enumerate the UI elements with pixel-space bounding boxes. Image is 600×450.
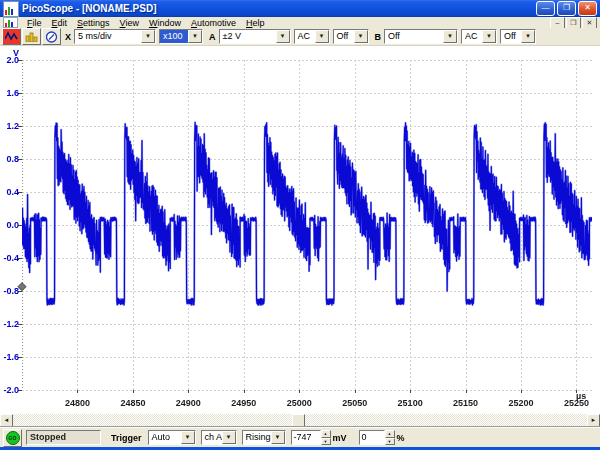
channel-b-range-select[interactable]: Off ▼: [384, 29, 458, 44]
x-tick-label: 24850: [111, 398, 155, 408]
minimize-button[interactable]: —: [536, 1, 555, 16]
trigger-edge-select[interactable]: Rising ▼: [242, 430, 286, 445]
chevron-down-icon[interactable]: ▼: [181, 431, 195, 444]
chevron-down-icon[interactable]: ▼: [222, 431, 236, 444]
status-bar: GO Stopped Trigger Auto ▼ ch A ▼ Rising …: [0, 427, 600, 447]
chevron-down-icon[interactable]: ▼: [271, 431, 285, 444]
scope-view-button[interactable]: [2, 28, 21, 45]
menu-item-file[interactable]: File: [22, 18, 47, 28]
y-tick-label: -0.4: [0, 253, 19, 263]
mdi-minimize-button[interactable]: –: [550, 17, 565, 29]
chevron-down-icon[interactable]: ▼: [443, 30, 457, 43]
chevron-down-icon[interactable]: ▼: [315, 30, 329, 43]
timebase-axis-label: X: [65, 32, 71, 42]
acquisition-state: Stopped: [26, 430, 101, 445]
spectrum-view-button[interactable]: [22, 28, 41, 45]
restore-button[interactable]: ❐: [557, 1, 576, 16]
channel-a-option-select[interactable]: Off ▼: [333, 29, 369, 44]
x-tick-label: 24950: [222, 398, 266, 408]
menu-item-edit[interactable]: Edit: [47, 18, 73, 28]
channel-b-option-select[interactable]: Off ▼: [500, 29, 536, 44]
close-button[interactable]: ✕: [578, 1, 597, 16]
trigger-channel-select[interactable]: ch A ▼: [201, 430, 237, 445]
chevron-down-icon[interactable]: ▼: [141, 30, 155, 43]
channel-b-coupling-select[interactable]: AC ▼: [461, 29, 497, 44]
go-light-icon: GO: [6, 431, 20, 445]
x-tick-label: 25100: [388, 398, 432, 408]
spin-up-icon[interactable]: ▲: [321, 430, 331, 438]
x-tick-label: 25000: [277, 398, 321, 408]
channel-a-range-select[interactable]: ±2 V ▼: [219, 29, 291, 44]
horizontal-scrollbar[interactable]: ◄ ►: [0, 414, 600, 427]
chevron-down-icon[interactable]: ▼: [521, 30, 535, 43]
y-tick-label: -0.8: [0, 286, 19, 296]
title-bar: PicoScope - [NONAME.PSD] — ❐ ✕: [0, 0, 600, 17]
go-button[interactable]: GO: [3, 429, 22, 447]
y-tick-label: -1.2: [0, 319, 19, 329]
waveform-canvas: [0, 46, 600, 414]
y-tick-label: 0.0: [0, 220, 19, 230]
app-logo-icon: [3, 1, 19, 17]
menu-item-view[interactable]: View: [115, 18, 144, 28]
channel-a-coupling-select[interactable]: AC ▼: [294, 29, 330, 44]
menu-item-window[interactable]: Window: [144, 18, 186, 28]
menu-item-help[interactable]: Help: [241, 18, 270, 28]
threshold-unit-label: mV: [333, 433, 347, 443]
meter-view-button[interactable]: [42, 28, 61, 45]
timebase-select[interactable]: 5 ms/div ▼: [74, 29, 156, 44]
scope-display: 2.01.61.20.80.40.0-0.4-0.8-1.2-1.6-2.024…: [0, 46, 600, 414]
channel-b-label: B: [375, 32, 382, 42]
channel-a-label: A: [209, 32, 216, 42]
delay-unit-label: %: [397, 433, 405, 443]
chevron-down-icon[interactable]: ▼: [188, 30, 202, 43]
y-tick-label: -1.6: [0, 352, 19, 362]
trigger-delay-input[interactable]: 0: [359, 430, 385, 445]
spin-down-icon[interactable]: ▼: [385, 438, 395, 446]
document-icon[interactable]: [3, 17, 18, 28]
scroll-right-button[interactable]: ►: [587, 414, 600, 427]
spectrum-bars-icon: [25, 31, 38, 42]
mdi-restore-button[interactable]: ❐: [566, 17, 581, 29]
trigger-threshold-input[interactable]: -747: [291, 430, 321, 445]
x-tick-label: 25200: [499, 398, 543, 408]
x-tick-label: 25150: [444, 398, 488, 408]
chevron-down-icon[interactable]: ▼: [482, 30, 496, 43]
menu-bar: FileEditSettingsViewWindowAutomotiveHelp…: [0, 17, 600, 28]
x-tick-label: 25050: [333, 398, 377, 408]
scroll-left-button[interactable]: ◄: [0, 414, 13, 427]
window-title: PicoScope - [NONAME.PSD]: [22, 3, 156, 14]
zoom-select[interactable]: x100 ▼: [159, 29, 203, 44]
chevron-down-icon[interactable]: ▼: [354, 30, 368, 43]
meter-gauge-icon: [45, 31, 58, 43]
x-tick-label: 24800: [55, 398, 99, 408]
spin-down-icon[interactable]: ▼: [321, 438, 331, 446]
y-tick-label: 1.2: [0, 121, 19, 131]
trigger-label: Trigger: [111, 433, 142, 443]
mdi-close-button[interactable]: ✕: [582, 17, 597, 29]
x-axis-unit-label: µs: [576, 391, 586, 401]
chevron-down-icon[interactable]: ▼: [276, 30, 290, 43]
toolbar: X 5 ms/div ▼ x100 ▼ A ±2 V ▼ AC ▼ Off ▼ …: [0, 28, 600, 46]
y-axis-unit-label: V: [0, 48, 19, 58]
y-tick-label: 0.4: [0, 187, 19, 197]
menu-item-automotive[interactable]: Automotive: [186, 18, 241, 28]
scope-waveform-icon: [5, 31, 18, 42]
y-tick-label: -2.0: [0, 385, 19, 395]
spin-up-icon[interactable]: ▲: [385, 430, 395, 438]
threshold-stepper[interactable]: ▲ ▼: [321, 430, 331, 445]
menu-item-settings[interactable]: Settings: [72, 18, 115, 28]
scrollbar-thumb[interactable]: [292, 414, 305, 427]
delay-stepper[interactable]: ▲ ▼: [385, 430, 395, 445]
y-tick-label: 0.8: [0, 154, 19, 164]
trigger-mode-select[interactable]: Auto ▼: [148, 430, 196, 445]
y-tick-label: 1.6: [0, 88, 19, 98]
x-tick-label: 24900: [166, 398, 210, 408]
